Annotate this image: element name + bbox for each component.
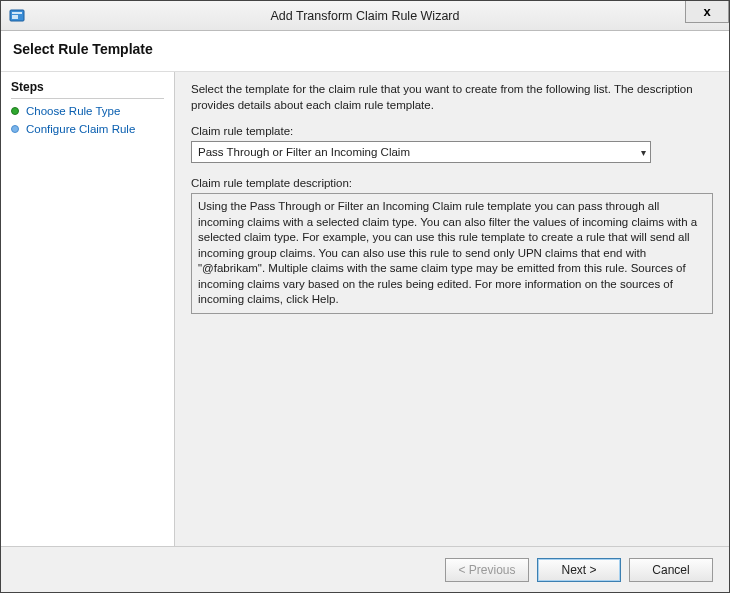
page-title: Select Rule Template: [13, 41, 717, 57]
step-bullet-inactive-icon: [11, 125, 19, 133]
template-label: Claim rule template:: [191, 125, 713, 137]
step-choose-rule-type[interactable]: Choose Rule Type: [11, 105, 164, 117]
next-button[interactable]: Next >: [537, 558, 621, 582]
steps-title: Steps: [11, 80, 164, 99]
wizard-window: Add Transform Claim Rule Wizard x Select…: [0, 0, 730, 593]
wizard-footer: < Previous Next > Cancel: [1, 546, 729, 592]
svg-rect-1: [12, 12, 22, 14]
cancel-button[interactable]: Cancel: [629, 558, 713, 582]
wizard-body: Steps Choose Rule Type Configure Claim R…: [1, 71, 729, 546]
titlebar: Add Transform Claim Rule Wizard x: [1, 1, 729, 31]
description-label: Claim rule template description:: [191, 177, 713, 189]
step-bullet-active-icon: [11, 107, 19, 115]
step-label: Choose Rule Type: [26, 105, 120, 117]
instruction-text: Select the template for the claim rule t…: [191, 82, 713, 113]
dropdown-selected-value: Pass Through or Filter an Incoming Claim: [198, 146, 410, 158]
template-description-text: Using the Pass Through or Filter an Inco…: [198, 200, 697, 305]
previous-button: < Previous: [445, 558, 529, 582]
svg-rect-2: [12, 15, 18, 19]
main-panel: Select the template for the claim rule t…: [175, 72, 729, 546]
claim-rule-template-dropdown[interactable]: Pass Through or Filter an Incoming Claim…: [191, 141, 651, 163]
steps-sidebar: Steps Choose Rule Type Configure Claim R…: [1, 72, 175, 546]
close-icon: x: [703, 4, 710, 19]
close-button[interactable]: x: [685, 1, 729, 23]
app-icon: [9, 8, 25, 24]
template-description-box: Using the Pass Through or Filter an Inco…: [191, 193, 713, 314]
page-header: Select Rule Template: [1, 31, 729, 71]
step-configure-claim-rule[interactable]: Configure Claim Rule: [11, 123, 164, 135]
window-title: Add Transform Claim Rule Wizard: [1, 9, 729, 23]
chevron-down-icon: ▾: [641, 147, 646, 158]
step-label: Configure Claim Rule: [26, 123, 135, 135]
